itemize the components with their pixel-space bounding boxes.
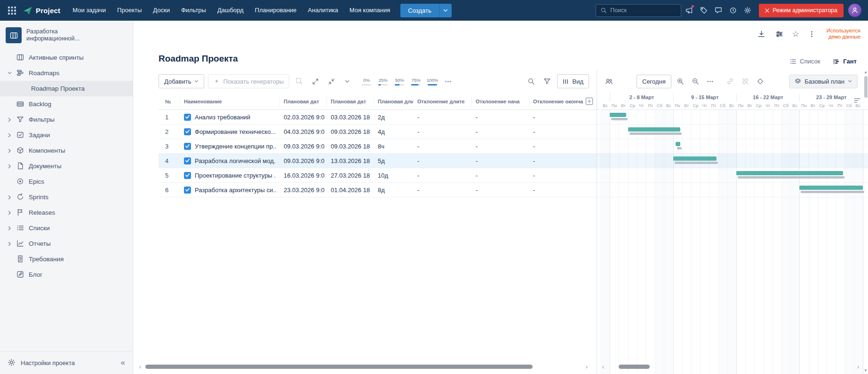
admin-mode-button[interactable]: Режим администратора <box>759 4 844 17</box>
sidebar-item-documents[interactable]: Документы <box>0 158 133 174</box>
menu-item-projects[interactable]: Проекты <box>111 0 147 21</box>
gantt-task-bar[interactable] <box>736 171 843 175</box>
sidebar-item-lists[interactable]: Списки <box>0 220 133 236</box>
scroll-thumb[interactable] <box>145 365 533 369</box>
add-button[interactable]: Добавить <box>159 74 204 88</box>
favorite-star-icon[interactable]: ☆ <box>792 30 799 38</box>
today-button[interactable]: Сегодня <box>637 75 671 88</box>
table-filter-icon[interactable] <box>541 75 553 87</box>
sidebar-item-blog[interactable]: Блог <box>0 267 133 282</box>
zoom-in-icon[interactable] <box>674 75 686 87</box>
column-number[interactable]: № <box>159 97 180 106</box>
baseline-plan-button[interactable]: Базовый план <box>789 75 858 88</box>
task-type-checkbox-icon[interactable] <box>184 114 191 121</box>
chevron-right-icon[interactable] <box>7 117 12 122</box>
column-name[interactable]: Наименование <box>180 97 280 106</box>
column-deviation-duration[interactable]: Отклонение длите <box>414 97 472 106</box>
scroll-up-arrow[interactable]: ▲ <box>864 70 868 75</box>
gantt-horizontal-scrollbar[interactable]: ‹ › <box>600 364 861 369</box>
chevron-down-icon[interactable] <box>7 71 12 75</box>
sidebar-item-roadmaps[interactable]: Roadmaps <box>0 65 133 81</box>
collapse-all-icon[interactable] <box>325 75 337 87</box>
gantt-task-bar[interactable] <box>673 156 717 161</box>
menu-item-boards[interactable]: Доски <box>147 0 175 21</box>
gantt-task-bar[interactable] <box>628 127 680 132</box>
sidebar-item-tasks[interactable]: Задачи <box>0 127 133 143</box>
toolbar-more-icon[interactable] <box>442 75 454 87</box>
resources-people-icon[interactable] <box>603 75 615 87</box>
view-button[interactable]: Вид <box>557 74 589 88</box>
scroll-thumb[interactable] <box>619 365 650 369</box>
show-generators-button[interactable]: Показать генераторы <box>208 74 289 88</box>
menu-item-planning[interactable]: Планирование <box>249 0 303 21</box>
menu-item-filters[interactable]: Фильтры <box>175 0 212 21</box>
whats-new-tag-icon[interactable] <box>697 4 710 17</box>
sidebar-item-reports[interactable]: Отчеты <box>0 236 133 251</box>
chevron-right-icon[interactable] <box>7 226 12 231</box>
table-row[interactable]: 2Формирование техническо...04.03.2026 9:… <box>159 125 597 139</box>
table-search-icon[interactable] <box>525 75 537 87</box>
sidebar-item-epics[interactable]: Epics <box>0 174 133 189</box>
progress-25-button[interactable]: 25% <box>377 78 389 86</box>
column-deviation-start[interactable]: Отклонение нача <box>472 97 529 106</box>
scroll-thumb[interactable] <box>864 76 868 98</box>
chevron-right-icon[interactable] <box>7 148 12 153</box>
chevron-right-icon[interactable] <box>7 195 12 200</box>
rows-options-caret-icon[interactable] <box>341 75 353 87</box>
menu-item-analytics[interactable]: Аналитика <box>302 0 343 21</box>
demo-data-notice[interactable]: Используются демо данные <box>827 28 860 40</box>
sidebar-item-active-sprints[interactable]: Активные спринты <box>0 50 133 65</box>
app-launcher-icon[interactable] <box>5 3 19 17</box>
project-header[interactable]: Разработка информационной... <box>0 21 133 48</box>
sidebar-item-requirements[interactable]: Требования <box>0 251 133 267</box>
gantt-more-icon[interactable] <box>704 75 717 87</box>
unlink-tasks-icon[interactable] <box>739 75 751 87</box>
progress-100-button[interactable]: 100% <box>427 78 438 86</box>
menu-item-dashboard[interactable]: Дашборд <box>212 0 249 21</box>
chat-icon[interactable] <box>711 4 725 17</box>
task-type-checkbox-icon[interactable] <box>184 143 191 150</box>
scroll-down-arrow[interactable]: ▼ <box>864 368 868 374</box>
menu-item-my-company[interactable]: Моя компания <box>344 0 396 21</box>
vertical-scrollbar[interactable]: ▲ ▼ <box>863 70 868 374</box>
chevron-right-icon[interactable] <box>7 210 12 215</box>
chevron-right-icon[interactable] <box>7 242 12 246</box>
multi-select-icon[interactable] <box>293 75 305 87</box>
column-planned-duration[interactable]: Плановая дли <box>374 97 414 106</box>
task-type-checkbox-icon[interactable] <box>184 187 191 194</box>
gantt-task-bar[interactable] <box>799 186 862 190</box>
table-horizontal-scrollbar[interactable]: ‹ › <box>137 364 590 369</box>
announcements-icon[interactable] <box>682 4 696 17</box>
kebab-menu-icon[interactable] <box>807 29 817 39</box>
history-icon[interactable] <box>726 4 740 17</box>
scroll-left-arrow[interactable]: ‹ <box>137 364 143 370</box>
create-button[interactable]: Создать <box>400 4 451 17</box>
scroll-track[interactable] <box>606 364 855 369</box>
scroll-left-arrow[interactable]: ‹ <box>600 364 606 370</box>
expand-all-icon[interactable] <box>309 75 321 87</box>
column-planned-start[interactable]: Плановая дат <box>280 97 327 106</box>
gantt-task-bar[interactable] <box>610 113 626 117</box>
progress-75-button[interactable]: 75% <box>410 78 422 86</box>
create-dropdown-caret-icon[interactable] <box>439 4 452 17</box>
scroll-track[interactable] <box>143 364 583 369</box>
sidebar-collapse-icon[interactable]: « <box>121 358 125 367</box>
settings-sliders-icon[interactable] <box>774 29 785 39</box>
timeline-options-icon[interactable] <box>854 98 860 103</box>
progress-0-button[interactable]: 0% <box>361 78 372 86</box>
table-row[interactable]: 4Разработка логической мод...09.03.2026 … <box>159 154 597 168</box>
gantt-task-bar[interactable] <box>676 142 680 146</box>
zoom-out-icon[interactable] <box>689 75 701 87</box>
table-row[interactable]: 6Разработка архитектуры си...23.03.2026 … <box>159 183 597 197</box>
gear-icon[interactable] <box>741 4 754 17</box>
add-column-icon[interactable] <box>585 97 594 106</box>
task-type-checkbox-icon[interactable] <box>184 172 191 179</box>
tab-gantt[interactable]: Гант <box>833 58 857 65</box>
sidebar-item-releases[interactable]: Releases <box>0 205 133 220</box>
export-download-icon[interactable] <box>757 29 767 39</box>
tab-list[interactable]: Список <box>790 58 820 65</box>
global-search-input[interactable] <box>610 7 672 14</box>
chevron-right-icon[interactable] <box>7 164 12 169</box>
task-type-checkbox-icon[interactable] <box>184 157 191 164</box>
table-row[interactable]: 3Утверждение концепции пр...09.03.2026 9… <box>159 139 597 154</box>
